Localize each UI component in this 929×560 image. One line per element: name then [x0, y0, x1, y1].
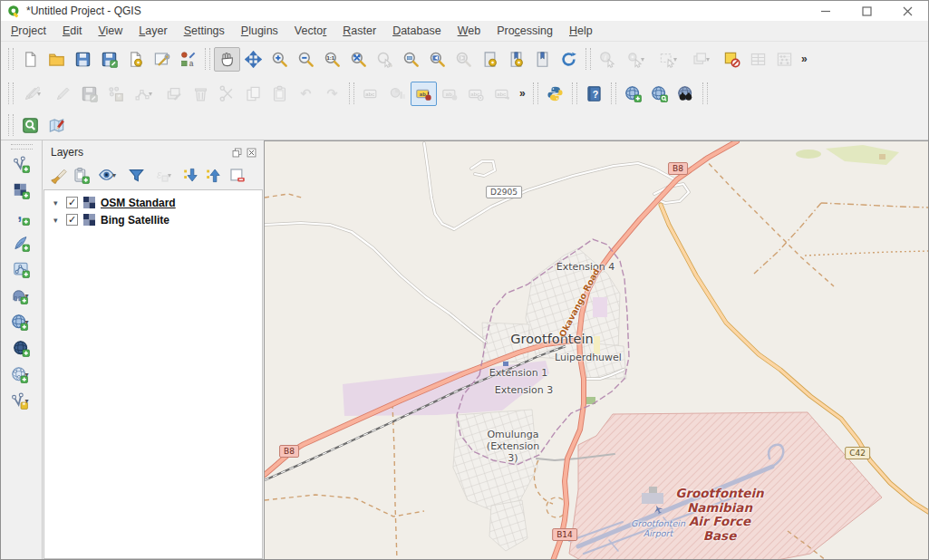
run-feature-action-icon[interactable]: ▾	[621, 47, 653, 72]
paste-features-icon[interactable]	[266, 82, 293, 106]
zoom-full-extent-icon[interactable]	[345, 47, 372, 72]
new-print-layout-icon[interactable]	[122, 47, 149, 72]
osm-place-search-icon[interactable]	[673, 82, 699, 106]
toolbar-grip[interactable]	[349, 82, 354, 104]
pin-unpin-labels-icon[interactable]: ab	[411, 82, 437, 106]
layer-row-2[interactable]: ▾✓Bing Satellite	[44, 211, 262, 228]
zoom-to-selection-icon[interactable]	[372, 47, 398, 72]
zoom-in-icon[interactable]	[266, 47, 293, 72]
menu-settings[interactable]: Settings	[176, 23, 233, 39]
toolbar-grip[interactable]	[8, 48, 14, 70]
zoom-native-icon[interactable]: 1:1	[319, 47, 345, 72]
quickosm-plugin-icon[interactable]	[44, 113, 70, 138]
zoom-next-icon[interactable]	[450, 47, 477, 72]
layer-visibility-checkbox[interactable]: ✓	[66, 197, 78, 208]
layer-expander-icon[interactable]: ▾	[53, 216, 66, 225]
toolbar-overflow[interactable]: »	[798, 53, 811, 65]
menu-edit[interactable]: Edit	[54, 23, 91, 39]
menu-raster[interactable]: Raster	[334, 23, 384, 39]
style-manager-icon[interactable]: a	[175, 47, 201, 72]
close-button[interactable]	[887, 1, 928, 21]
save-project-as-icon[interactable]	[96, 47, 122, 72]
toolbar-grip[interactable]	[585, 48, 591, 70]
select-by-value-icon[interactable]: ▾	[686, 47, 719, 72]
toolbar-grip[interactable]	[702, 82, 708, 104]
remove-layer-group-icon[interactable]	[226, 164, 248, 186]
save-project-icon[interactable]	[70, 47, 96, 72]
select-features-icon[interactable]: ▾	[653, 47, 686, 72]
layer-name[interactable]: Bing Satellite	[101, 214, 169, 227]
redo-icon[interactable]: ↷	[319, 82, 345, 106]
search-plugin-icon[interactable]	[17, 113, 44, 138]
add-group-icon[interactable]	[70, 164, 92, 186]
add-delimited-text-layer-icon[interactable]: ,	[4, 204, 40, 230]
add-virtual-layer-icon[interactable]	[4, 256, 40, 283]
open-attribute-table-icon[interactable]	[745, 47, 771, 72]
new-shapefile-layer-icon[interactable]: *▾	[5, 388, 38, 414]
help-contents-icon[interactable]: ?	[581, 82, 607, 106]
delete-selected-icon[interactable]	[188, 82, 214, 106]
add-vector-layer-icon[interactable]	[4, 151, 40, 178]
zoom-out-icon[interactable]	[293, 47, 319, 72]
pan-to-selection-icon[interactable]	[240, 47, 266, 72]
move-label-diagram-icon[interactable]: abc	[489, 82, 516, 106]
menu-layer[interactable]: Layer	[131, 23, 175, 39]
map-canvas[interactable]: Extension 4GrootfonteinLuiperdhuwelExten…	[265, 140, 928, 560]
new-spatial-bookmark-icon[interactable]	[477, 47, 503, 72]
menu-vector[interactable]: Vector	[286, 23, 334, 39]
minimize-button[interactable]	[806, 1, 847, 21]
menu-plugins[interactable]: Plugins	[233, 23, 286, 39]
layer-diagram-options-icon[interactable]	[384, 82, 411, 106]
zoom-to-layer-icon[interactable]	[398, 47, 424, 72]
undock-panel-button[interactable]	[229, 145, 244, 159]
modify-attributes-icon[interactable]	[161, 82, 188, 106]
menu-help[interactable]: Help	[561, 23, 601, 39]
layer-labeling-options-icon[interactable]: abc	[358, 82, 384, 106]
copy-features-icon[interactable]	[240, 82, 266, 106]
new-project-icon[interactable]	[17, 47, 44, 72]
add-wfs-layer-icon[interactable]: ▾	[5, 362, 38, 388]
maximize-button[interactable]	[847, 1, 887, 21]
add-feature-icon[interactable]: *	[102, 82, 129, 106]
show-spatial-bookmarks-icon[interactable]	[503, 47, 529, 72]
add-wcs-layer-icon[interactable]	[4, 335, 40, 362]
statistical-summary-icon[interactable]	[771, 47, 798, 72]
layer-visibility-checkbox[interactable]: ✓	[66, 214, 78, 226]
layer-expander-icon[interactable]: ▾	[53, 198, 66, 208]
show-bookmark-manager-icon[interactable]	[529, 47, 556, 72]
close-panel-button[interactable]	[244, 145, 258, 159]
menu-database[interactable]: Database	[384, 23, 450, 39]
show-hide-labels-icon[interactable]: abc	[463, 82, 489, 106]
menu-view[interactable]: View	[90, 23, 131, 39]
save-layer-edits-icon[interactable]	[76, 82, 102, 106]
filter-legend-icon[interactable]	[125, 164, 148, 186]
open-layer-styling-panel-icon[interactable]	[47, 164, 70, 186]
collapse-all-icon[interactable]	[203, 164, 226, 186]
menu-processing[interactable]: Processing	[489, 23, 561, 39]
refresh-map-icon[interactable]	[556, 47, 582, 72]
identify-features-icon[interactable]: i	[595, 47, 621, 72]
toolbar-grip[interactable]	[11, 144, 33, 150]
pan-map-icon[interactable]	[214, 47, 240, 72]
highlight-pinned-labels-icon[interactable]: ab	[437, 82, 463, 106]
undo-icon[interactable]: ↶	[293, 82, 319, 106]
python-console-icon[interactable]	[542, 82, 568, 106]
current-edits-icon[interactable]: ▾	[17, 82, 50, 106]
menu-project[interactable]: Project	[3, 23, 54, 39]
expand-all-icon[interactable]	[180, 164, 203, 186]
layer-tree[interactable]: ▾✓OSM Standard▾✓Bing Satellite	[44, 189, 263, 559]
show-layout-manager-icon[interactable]	[149, 47, 175, 72]
add-spatialite-layer-icon[interactable]	[4, 230, 40, 256]
toolbar-grip[interactable]	[8, 114, 14, 136]
zoom-last-icon[interactable]	[424, 47, 450, 72]
cut-features-icon[interactable]	[214, 82, 240, 106]
filter-legend-by-expression-icon[interactable]: ε▾	[148, 164, 180, 186]
open-project-icon[interactable]	[44, 47, 70, 72]
toolbar-overflow[interactable]: »	[516, 87, 529, 100]
deselect-all-layers-icon[interactable]	[719, 47, 745, 72]
layer-row-1[interactable]: ▾✓OSM Standard	[44, 194, 262, 211]
add-wms-layer-icon[interactable]: ▾	[5, 309, 38, 335]
vertex-tool-icon[interactable]: ▾	[129, 82, 161, 106]
add-raster-layer-icon[interactable]	[4, 178, 40, 204]
toolbar-grip[interactable]	[572, 82, 577, 104]
